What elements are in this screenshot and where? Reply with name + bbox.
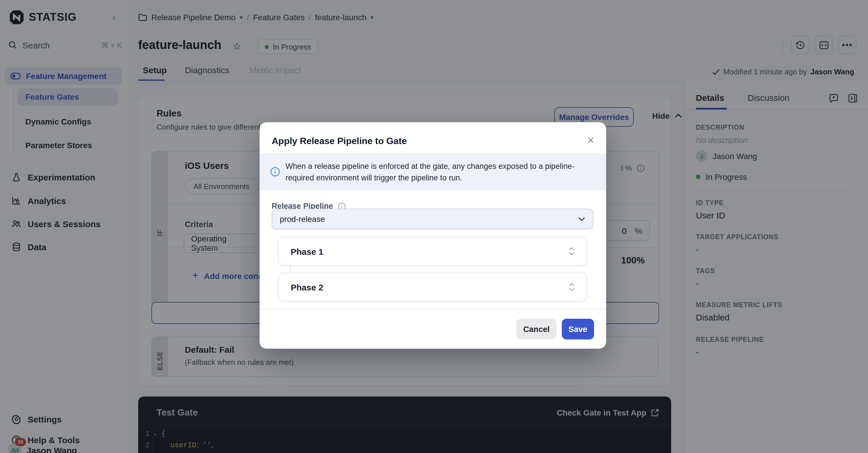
pipeline-select[interactable]: prod-release [272,209,593,229]
modal-footer-divider [259,309,606,310]
statsig-app: STATSIG ‹ Search ⌘ + K Feature Managemen… [0,0,868,453]
save-button[interactable]: Save [562,319,594,339]
info-banner: When a release pipeline is enforced at t… [259,153,606,190]
close-icon[interactable]: ✕ [587,135,595,146]
modal-title: Apply Release Pipeline to Gate [272,136,407,146]
info-text: When a release pipeline is enforced at t… [285,161,596,183]
phase-label: Phase 1 [291,246,323,256]
phase-1-card[interactable]: Phase 1 [278,237,587,266]
phase-2-card[interactable]: Phase 2 [278,273,587,302]
chevron-down-icon [578,217,585,221]
phase-connector [290,266,291,273]
sort-arrows-icon[interactable] [569,283,575,291]
sort-arrows-icon[interactable] [569,247,575,255]
apply-release-pipeline-modal: Apply Release Pipeline to Gate ✕ When a … [259,122,606,349]
info-icon [270,167,280,177]
phase-label: Phase 2 [291,282,323,292]
cancel-button[interactable]: Cancel [516,319,557,339]
pipeline-selected-value: prod-release [280,215,325,224]
